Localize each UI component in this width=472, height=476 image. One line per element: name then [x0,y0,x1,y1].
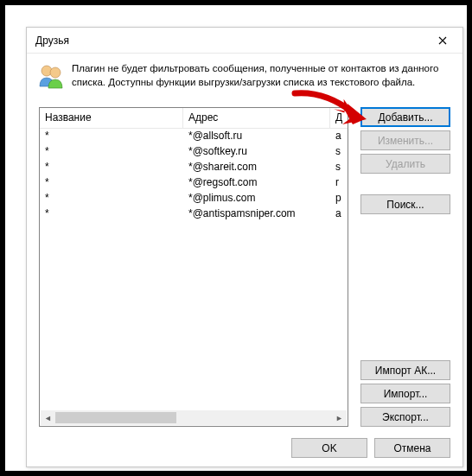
cell-extra: a [330,129,348,144]
cell-name: * [40,160,183,175]
cell-extra: a [330,206,348,222]
table-row[interactable]: * *@softkey.ru s [40,144,348,160]
close-icon [438,36,447,45]
import-button[interactable]: Импорт... [360,384,450,403]
cell-address: *@plimus.com [183,191,330,206]
cell-address: *@antispamsniper.com [183,206,330,222]
friends-table[interactable]: Название Адрес Д * *@allsoft.ru a * *@so… [39,107,348,427]
scroll-track[interactable] [55,410,332,425]
import-export-group: Импорт АК... Импорт... Экспорт... [360,360,450,427]
cell-extra: p [330,191,348,206]
info-row: Плагин не будет фильтровать сообщения, п… [27,54,462,97]
table-row[interactable]: * *@plimus.com p [40,191,348,206]
close-button[interactable] [424,29,461,53]
edit-button: Изменить... [360,130,450,150]
delete-button: Удалить [360,154,450,174]
table-header[interactable]: Название Адрес Д [40,108,348,129]
cell-name: * [40,206,183,222]
table-row[interactable]: * *@allsoft.ru a [40,129,348,144]
table-rows: * *@allsoft.ru a * *@softkey.ru s * *@sh… [40,129,348,222]
import-ak-button[interactable]: Импорт АК... [360,360,450,380]
cell-address: *@softkey.ru [183,144,330,160]
cell-extra: s [330,160,348,175]
people-icon [37,62,65,90]
cell-name: * [40,175,183,191]
button-column: Добавить... Изменить... Удалить Поиск... [360,107,450,214]
ok-button[interactable]: OK [291,438,367,458]
info-text: Плагин не будет фильтровать сообщения, п… [72,62,452,89]
table-row[interactable]: * *@regsoft.com r [40,175,348,191]
svg-point-1 [50,67,61,78]
export-button[interactable]: Экспорт... [360,407,450,427]
cell-extra: r [330,175,348,191]
cell-name: * [40,191,183,206]
table-row[interactable]: * *@shareit.com s [40,160,348,175]
cell-address: *@shareit.com [183,160,330,175]
cell-name: * [40,129,183,144]
table-row[interactable]: * *@antispamsniper.com a [40,206,348,222]
cell-address: *@allsoft.ru [183,129,330,144]
column-name[interactable]: Название [40,108,183,128]
add-button[interactable]: Добавить... [360,107,450,127]
horizontal-scrollbar[interactable]: ◄ ► [41,410,347,425]
dialog-footer: OK Отмена [291,438,450,458]
cancel-button[interactable]: Отмена [374,438,450,458]
search-button[interactable]: Поиск... [360,194,450,214]
window-title: Друзья [35,35,424,47]
titlebar: Друзья [27,28,462,54]
friends-dialog: Друзья Плагин не будет фильтровать сообщ… [26,27,463,467]
cell-name: * [40,144,183,160]
cell-address: *@regsoft.com [183,175,330,191]
column-extra[interactable]: Д [330,108,348,128]
scroll-right-icon[interactable]: ► [332,410,347,425]
column-address[interactable]: Адрес [183,108,330,128]
cell-extra: s [330,144,348,160]
scroll-left-icon[interactable]: ◄ [41,410,55,425]
scroll-thumb[interactable] [55,412,176,423]
